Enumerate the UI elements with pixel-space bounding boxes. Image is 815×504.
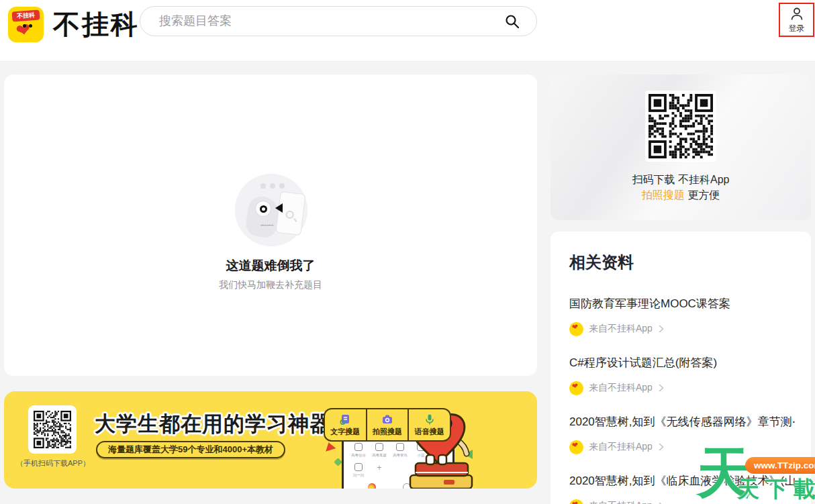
feature-label: 语音搜题 xyxy=(415,427,444,437)
qr-download-card: 扫码下载 不挂科App 拍照搜题 更方便 xyxy=(550,74,811,220)
search-bar[interactable] xyxy=(140,6,537,36)
user-icon xyxy=(789,6,805,22)
empty-state-subtitle: 我们快马加鞭去补充题目 xyxy=(4,279,537,291)
app-logo-icon: 不挂科 ❤ xyxy=(8,7,44,42)
related-item[interactable]: C#程序设计试题汇总(附答案) ❤ 来自不挂科App xyxy=(569,355,795,395)
camera-icon xyxy=(381,413,393,425)
banner-headline: 大学生都在用的学习神器 xyxy=(95,410,331,438)
chevron-right-icon xyxy=(658,384,665,392)
result-empty-card: ﹏﹏ 这道题难倒我了 我们快马加鞭去补充题目 xyxy=(4,74,537,376)
app-badge-icon: ❤ xyxy=(569,440,583,454)
header: 不挂科 ❤ 不挂科 登录 xyxy=(0,0,815,62)
mascot-eye-icon xyxy=(255,201,271,217)
related-item-source: ❤ 来自不挂科App xyxy=(569,321,795,336)
brand-logo[interactable]: 不挂科 ❤ 不挂科 xyxy=(8,6,140,43)
dock-icon xyxy=(368,483,376,489)
related-heading: 相关资料 xyxy=(569,252,795,273)
related-item-source: ❤ 来自不挂科App xyxy=(569,440,795,454)
login-button[interactable]: 登录 xyxy=(779,3,814,37)
feature-label: 文字搜题 xyxy=(330,427,360,437)
related-materials-card: 相关资料 国防教育军事理论MOOC课答案 ❤ 来自不挂科App C#程序设计试题… xyxy=(550,232,811,504)
feature-text-search: 文字搜题 xyxy=(325,409,366,440)
related-item-title[interactable]: 2020智慧树,知到《临床血液学检验技术》(山 xyxy=(569,473,795,489)
mascot-board xyxy=(275,191,305,236)
source-label: 来自不挂科App xyxy=(589,382,653,394)
login-label: 登录 xyxy=(789,23,805,34)
decor-diamond-icon xyxy=(334,458,342,466)
qr-caption-highlight: 拍照搜题 xyxy=(642,189,685,201)
decor-triangle-icon xyxy=(326,442,337,454)
chevron-right-icon xyxy=(658,325,665,333)
search-icon[interactable] xyxy=(504,13,520,30)
app-badge-icon: ❤ xyxy=(569,499,583,504)
app-promo-banner[interactable]: （手机扫码下载APP） 大学生都在用的学习神器 海量题库覆盖大学59个专业和40… xyxy=(4,391,537,489)
mascot-mouth: ﹏﹏ xyxy=(260,218,274,228)
source-label: 来自不挂科App xyxy=(589,441,653,453)
feature-box: 文字搜题 拍照搜题 语音搜题 xyxy=(324,408,451,442)
qr-code-image xyxy=(34,411,71,448)
app-badge-icon: ❤ xyxy=(569,322,583,336)
logo-eyes xyxy=(23,24,32,28)
microphone-icon xyxy=(424,413,436,425)
banner-qr-caption: （手机扫码下载APP） xyxy=(13,458,93,468)
mascot-illustration: ﹏﹏ xyxy=(235,174,307,246)
related-item-title[interactable]: C#程序设计试题汇总(附答案) xyxy=(569,355,795,371)
related-item[interactable]: 国防教育军事理论MOOC课答案 ❤ 来自不挂科App xyxy=(569,296,795,336)
related-item[interactable]: 2020智慧树,知到《临床血液学检验技术》(山 ❤ 来自不挂科App xyxy=(569,473,795,504)
feature-label: 拍照搜题 xyxy=(373,427,402,437)
banner-subline-pill: 海量题库覆盖大学59个专业和4000+本教材 xyxy=(96,441,285,458)
text-search-icon xyxy=(339,413,351,425)
banner-qr-box xyxy=(28,405,77,454)
feature-voice-search: 语音搜题 xyxy=(408,409,450,440)
related-item-source: ❤ 来自不挂科App xyxy=(569,381,795,395)
app-badge-icon: ❤ xyxy=(569,381,583,395)
related-item-source: ❤ 来自不挂科App xyxy=(569,499,795,504)
qr-caption-line1: 扫码下载 不挂科App xyxy=(550,173,811,187)
chevron-right-icon xyxy=(658,443,665,451)
source-label: 来自不挂科App xyxy=(589,500,653,504)
add-icon: + xyxy=(373,463,386,478)
qr-caption-rest: 更方便 xyxy=(685,189,720,201)
qr-code-image xyxy=(645,91,716,162)
feature-photo-search: 拍照搜题 xyxy=(366,409,408,440)
source-label: 来自不挂科App xyxy=(589,323,653,335)
related-item-title[interactable]: 2020智慧树,知到《无线传感器网络》章节测⋯ xyxy=(569,414,795,430)
heart-icon: ❤ xyxy=(14,19,32,41)
empty-state-title: 这道题难倒我了 xyxy=(4,257,537,274)
qr-caption-line2: 拍照搜题 更方便 xyxy=(550,189,811,203)
related-item-title[interactable]: 国防教育军事理论MOOC课答案 xyxy=(569,296,795,312)
thinking-dots-icon xyxy=(260,183,285,189)
mascot-wink-icon xyxy=(275,203,283,213)
brand-wordmark: 不挂科 xyxy=(53,6,140,43)
related-item[interactable]: 2020智慧树,知到《无线传感器网络》章节测⋯ ❤ 来自不挂科App xyxy=(569,414,795,454)
search-input[interactable] xyxy=(140,14,504,28)
